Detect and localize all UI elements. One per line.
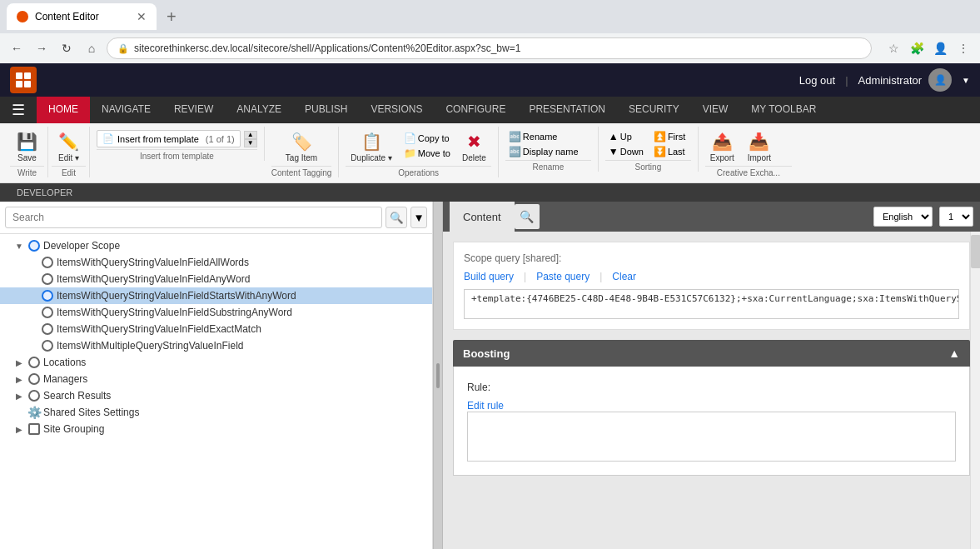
search-dropdown-button[interactable]: ▼ (410, 207, 427, 228)
tree-toggle-developer-scope[interactable]: ▼ (13, 240, 25, 252)
copy-to-button[interactable]: 📄 Copy to (400, 132, 454, 145)
last-button[interactable]: ⏬ Last (650, 145, 689, 158)
menu-button[interactable]: ⋮ (953, 38, 973, 58)
tree-item-managers[interactable]: ▶ Managers (0, 371, 432, 387)
tab-content[interactable]: Content (450, 202, 515, 232)
content-scrollbar[interactable] (970, 232, 980, 549)
tab-my-toolbar[interactable]: MY TOOLBAR (739, 97, 828, 123)
paste-query-link[interactable]: Paste query (536, 271, 589, 282)
delete-button[interactable]: ✖ Delete (457, 130, 491, 164)
duplicate-label: Duplicate ▾ (351, 153, 391, 162)
down-button[interactable]: ▼ Down (605, 145, 647, 158)
tab-publish[interactable]: PUBLISH (293, 97, 359, 123)
circle-icon (42, 273, 53, 285)
language-select[interactable]: English (873, 207, 933, 227)
browser-tab[interactable]: Content Editor ✕ (7, 3, 157, 30)
tag-item-button[interactable]: 🏷️ Tag Item (281, 130, 322, 164)
new-tab-button[interactable]: + (167, 7, 177, 27)
query-box[interactable]: +template:{4746BE25-C48D-4E48-9B4B-E531C… (464, 289, 959, 319)
scrollbar-thumb[interactable] (971, 235, 980, 268)
tab-versions[interactable]: VERSIONS (359, 97, 434, 123)
logout-button[interactable]: Log out (799, 74, 835, 87)
tree-toggle-locations[interactable]: ▶ (13, 357, 25, 368)
panel-divider[interactable] (433, 202, 443, 549)
tree-item-anyword[interactable]: ▶ ItemsWithQueryStringValueInFieldAnyWor… (0, 271, 432, 287)
sorting-group-label: Sorting (605, 160, 691, 172)
square-icon (28, 423, 40, 435)
tree-icon-multiple (41, 339, 54, 352)
user-avatar[interactable]: 👤 (928, 68, 952, 92)
last-label: Last (668, 147, 685, 157)
tab-analyze[interactable]: ANALYZE (225, 97, 293, 123)
tab-review[interactable]: REVIEW (162, 97, 225, 123)
save-button[interactable]: 💾 Save (11, 130, 44, 164)
rename-button[interactable]: 🔤 Rename (505, 130, 591, 143)
browser-tab-title: Content Editor (35, 11, 99, 22)
import-button[interactable]: 📥 Import (743, 130, 776, 164)
search-input[interactable] (5, 207, 382, 228)
back-button[interactable]: ← (7, 38, 27, 58)
display-name-button[interactable]: 🔤 Display name (505, 145, 591, 158)
tab-search-button[interactable]: 🔍 (515, 204, 540, 229)
tab-security[interactable]: SECURITY (617, 97, 691, 123)
spin-down-button[interactable]: ▼ (244, 139, 257, 147)
address-bar[interactable]: 🔒 sitecorethinkersc.dev.local/sitecore/s… (107, 37, 872, 59)
tab-home[interactable]: HOME (37, 97, 90, 123)
tab-developer[interactable]: DEVELOPER (7, 183, 82, 202)
reload-button[interactable]: ↻ (57, 38, 77, 58)
tree-item-multiple[interactable]: ▶ ItemsWithMultipleQueryStringValueInFie… (0, 337, 432, 354)
tree-label-substring: ItemsWithQueryStringValueInFieldSubstrin… (57, 307, 292, 318)
insert-from-template-button[interactable]: 📄 Insert from template (1 of 1) (97, 130, 241, 147)
tree-icon-search-results (27, 389, 41, 402)
tree-icon-site-grouping (27, 422, 41, 436)
tree-icon-shared-sites: ⚙️ (27, 406, 41, 419)
search-button[interactable]: 🔍 (386, 207, 407, 228)
tree-item-site-grouping[interactable]: ▶ Site Grouping (0, 421, 432, 437)
tree-icon-developer-scope (27, 239, 41, 252)
tree-item-locations[interactable]: ▶ Locations (0, 354, 432, 371)
clear-link[interactable]: Clear (612, 271, 636, 282)
edit-icon: ✏️ (58, 132, 79, 152)
tree-item-search-results[interactable]: ▶ Search Results (0, 387, 432, 404)
tree-toggle-search-results[interactable]: ▶ (13, 390, 25, 402)
content-tagging-label: Content Tagging (271, 166, 332, 177)
profile-button[interactable]: 👤 (930, 38, 950, 58)
tree-item-exactmatch[interactable]: ▶ ItemsWithQueryStringValueInFieldExactM… (0, 321, 432, 337)
edit-button[interactable]: ✏️ Edit ▾ (52, 130, 86, 164)
app-header: Log out | Administrator 👤 ▼ (0, 63, 980, 97)
tree-item-shared-sites[interactable]: ▶ ⚙️ Shared Sites Settings (0, 404, 432, 421)
edit-rule-link[interactable]: Edit rule (467, 400, 504, 412)
chevron-down-icon[interactable]: ▼ (962, 76, 970, 85)
tab-view[interactable]: VIEW (691, 97, 740, 123)
tree-toggle-site-grouping[interactable]: ▶ (13, 423, 25, 435)
first-button[interactable]: ⏫ First (650, 130, 689, 143)
export-button[interactable]: 📤 Export (705, 130, 739, 164)
home-button[interactable]: ⌂ (82, 38, 102, 58)
bookmark-star-button[interactable]: ☆ (883, 38, 903, 58)
hamburger-menu[interactable]: ☰ (7, 98, 30, 122)
browser-tab-favicon (17, 11, 28, 22)
forward-button[interactable]: → (32, 38, 52, 58)
build-query-link[interactable]: Build query (464, 271, 514, 282)
move-to-button[interactable]: 📁 Move to (400, 147, 454, 160)
tree-item-startswith[interactable]: ▶ ItemsWithQueryStringValueInFieldStarts… (0, 287, 432, 304)
browser-chrome: Content Editor ✕ + (0, 0, 980, 33)
first-label: First (668, 132, 685, 142)
tab-presentation[interactable]: PRESENTATION (517, 97, 617, 123)
tree-item-substring[interactable]: ▶ ItemsWithQueryStringValueInFieldSubstr… (0, 304, 432, 321)
up-button[interactable]: ▲ Up (605, 130, 647, 143)
tab-configure[interactable]: CONFIGURE (434, 97, 517, 123)
tree-item-developer-scope[interactable]: ▼ Developer Scope (0, 237, 432, 254)
chevron-down-icon: ▼ (413, 212, 424, 224)
rule-area[interactable] (467, 412, 956, 462)
boosting-header[interactable]: Boosting ▲ (453, 340, 970, 367)
tree-item-allwords[interactable]: ▶ ItemsWithQueryStringValueInFieldAllWor… (0, 254, 432, 271)
version-select[interactable]: 1 (939, 207, 973, 227)
scope-link-sep-2: | (599, 271, 602, 282)
spin-up-button[interactable]: ▲ (244, 131, 257, 139)
tab-navigate[interactable]: NAVIGATE (90, 97, 162, 123)
extensions-button[interactable]: 🧩 (907, 38, 927, 58)
browser-tab-close[interactable]: ✕ (137, 10, 147, 23)
tree-toggle-managers[interactable]: ▶ (13, 373, 25, 385)
duplicate-button[interactable]: 📋 Duplicate ▾ (346, 130, 396, 164)
